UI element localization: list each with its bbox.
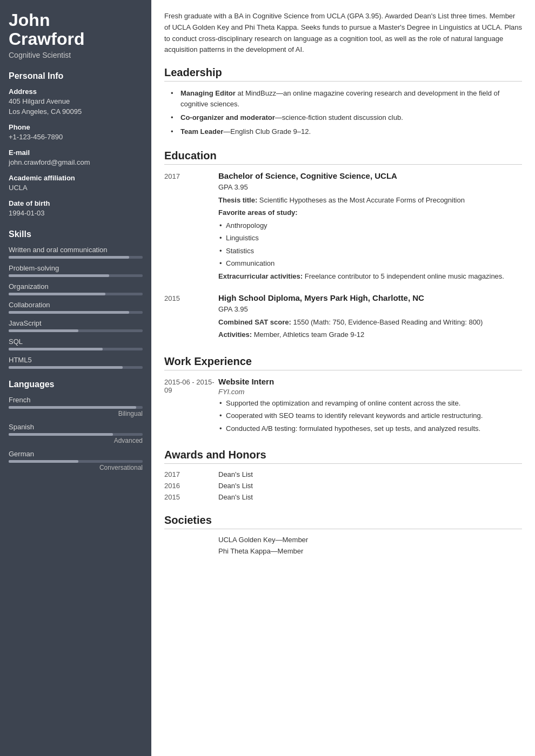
leadership-section: Leadership Managing Editor at MindBuzz—a… bbox=[164, 66, 522, 137]
skill-item: JavaScript bbox=[9, 319, 143, 332]
email-label: E-mail bbox=[9, 148, 143, 157]
entry-gpa: GPA 3.95 bbox=[218, 304, 522, 315]
skills-list: Written and oral communication Problem-s… bbox=[9, 246, 143, 369]
fav-area-item: Linguistics bbox=[218, 233, 522, 244]
fav-areas-list: AnthropologyLinguisticsStatisticsCommuni… bbox=[218, 220, 522, 269]
societies-section: Societies UCLA Golden Key—Member Phi The… bbox=[164, 514, 522, 555]
education-entry: 2017 Bachelor of Science, Cognitive Scie… bbox=[164, 171, 522, 284]
language-bar-fill bbox=[9, 460, 78, 463]
skill-bar-fill bbox=[9, 256, 129, 259]
languages-list: French Bilingual Spanish Advanced German… bbox=[9, 396, 143, 471]
phone-value: +1-123-456-7890 bbox=[9, 132, 143, 142]
skill-bar-fill bbox=[9, 348, 103, 350]
entry-activities: Activities: Member, Athletics team Grade… bbox=[218, 329, 522, 340]
entry-sat: Combined SAT score: 1550 (Math: 750, Evi… bbox=[218, 317, 522, 328]
skill-name: Problem-solving bbox=[9, 264, 143, 272]
person-name: JohnCrawford bbox=[9, 11, 143, 49]
work-company: FYI.com bbox=[218, 388, 522, 396]
entry-year: 2015 bbox=[164, 293, 218, 342]
society-indent bbox=[164, 536, 218, 544]
entry-content: Bachelor of Science, Cognitive Science, … bbox=[218, 171, 522, 284]
affiliation-label: Academic affiliation bbox=[9, 174, 143, 182]
society-indent bbox=[164, 547, 218, 555]
work-entry: 2015-06 - 2015-09 Website Intern FYI.com… bbox=[164, 377, 522, 436]
entry-year: 2017 bbox=[164, 171, 218, 284]
education-section: Education 2017 Bachelor of Science, Cogn… bbox=[164, 150, 522, 342]
language-bar-bg bbox=[9, 460, 143, 463]
skill-bar-fill bbox=[9, 329, 78, 332]
dob-value: 1994-01-03 bbox=[9, 208, 143, 218]
entry-title: Bachelor of Science, Cognitive Science, … bbox=[218, 171, 522, 180]
awards-list: 2017 Dean's List 2016 Dean's List 2015 D… bbox=[164, 470, 522, 501]
entry-gpa: GPA 3.95 bbox=[218, 182, 522, 193]
award-row: 2016 Dean's List bbox=[164, 482, 522, 490]
skill-name: Collaboration bbox=[9, 301, 143, 309]
language-level: Conversational bbox=[9, 464, 143, 471]
skill-bar-bg bbox=[9, 348, 143, 350]
work-content: Website Intern FYI.com Supported the opt… bbox=[218, 377, 522, 436]
address-label: Address bbox=[9, 87, 143, 96]
skill-item: Organization bbox=[9, 282, 143, 295]
entry-content: High School Diploma, Myers Park High, Ch… bbox=[218, 293, 522, 342]
society-name: Phi Theta Kappa—Member bbox=[218, 547, 303, 555]
work-date: 2015-06 - 2015-09 bbox=[164, 377, 218, 436]
entry-title: High School Diploma, Myers Park High, Ch… bbox=[218, 293, 522, 302]
phone-label: Phone bbox=[9, 123, 143, 131]
fav-area-item: Anthropology bbox=[218, 220, 522, 231]
main-content: Fresh graduate with a BA in Cognitive Sc… bbox=[151, 0, 535, 756]
awards-heading: Awards and Honors bbox=[164, 449, 522, 464]
skill-bar-bg bbox=[9, 329, 143, 332]
language-level: Advanced bbox=[9, 437, 143, 444]
skill-item: Collaboration bbox=[9, 301, 143, 314]
award-name: Dean's List bbox=[218, 482, 253, 490]
skill-bar-bg bbox=[9, 274, 143, 277]
award-row: 2015 Dean's List bbox=[164, 493, 522, 501]
languages-heading: Languages bbox=[9, 380, 143, 389]
award-year: 2017 bbox=[164, 470, 218, 478]
skill-name: SQL bbox=[9, 338, 143, 346]
language-level: Bilingual bbox=[9, 410, 143, 417]
leadership-item: Managing Editor at MindBuzz—an online ma… bbox=[175, 88, 522, 109]
address-line2: Los Angeles, CA 90095 bbox=[9, 107, 143, 117]
work-title: Website Intern bbox=[218, 377, 522, 386]
skill-bar-bg bbox=[9, 366, 143, 369]
work-bullet: Conducted A/B testing: formulated hypoth… bbox=[218, 423, 522, 434]
award-name: Dean's List bbox=[218, 470, 253, 478]
skill-item: SQL bbox=[9, 338, 143, 350]
language-bar-fill bbox=[9, 406, 136, 409]
award-row: 2017 Dean's List bbox=[164, 470, 522, 478]
skills-heading: Skills bbox=[9, 230, 143, 239]
award-year: 2016 bbox=[164, 482, 218, 490]
skill-bar-fill bbox=[9, 366, 123, 369]
work-entries: 2015-06 - 2015-09 Website Intern FYI.com… bbox=[164, 377, 522, 436]
entry-thesis: Thesis title: Scientific Hypotheses as t… bbox=[218, 195, 522, 206]
fav-area-item: Communication bbox=[218, 258, 522, 269]
entry-extracurricular: Extracurricular activities: Freelance co… bbox=[218, 271, 522, 282]
skill-name: Written and oral communication bbox=[9, 246, 143, 254]
education-entry: 2015 High School Diploma, Myers Park Hig… bbox=[164, 293, 522, 342]
skill-bar-fill bbox=[9, 274, 109, 277]
skill-item: HTML5 bbox=[9, 356, 143, 369]
language-item: French Bilingual bbox=[9, 396, 143, 417]
email-value: john.crawford@gmail.com bbox=[9, 158, 143, 167]
skill-item: Problem-solving bbox=[9, 264, 143, 277]
skill-name: HTML5 bbox=[9, 356, 143, 364]
language-bar-bg bbox=[9, 406, 143, 409]
person-title: Cognitive Scientist bbox=[9, 51, 143, 59]
dob-label: Date of birth bbox=[9, 199, 143, 207]
societies-list: UCLA Golden Key—Member Phi Theta Kappa—M… bbox=[164, 536, 522, 555]
education-heading: Education bbox=[164, 150, 522, 165]
skill-bar-fill bbox=[9, 311, 129, 314]
work-bullet: Supported the optimization and revamping… bbox=[218, 398, 522, 409]
skill-bar-fill bbox=[9, 293, 105, 295]
entry-fav-label: Favorite areas of study: bbox=[218, 207, 522, 218]
leadership-item: Co-organizer and moderator—science-ficti… bbox=[175, 112, 522, 123]
work-heading: Work Experience bbox=[164, 355, 522, 370]
language-item: Spanish Advanced bbox=[9, 423, 143, 444]
award-name: Dean's List bbox=[218, 493, 253, 501]
work-experience-section: Work Experience 2015-06 - 2015-09 Websit… bbox=[164, 355, 522, 436]
skill-bar-bg bbox=[9, 293, 143, 295]
skill-name: JavaScript bbox=[9, 319, 143, 327]
skill-name: Organization bbox=[9, 282, 143, 291]
skill-bar-bg bbox=[9, 256, 143, 259]
